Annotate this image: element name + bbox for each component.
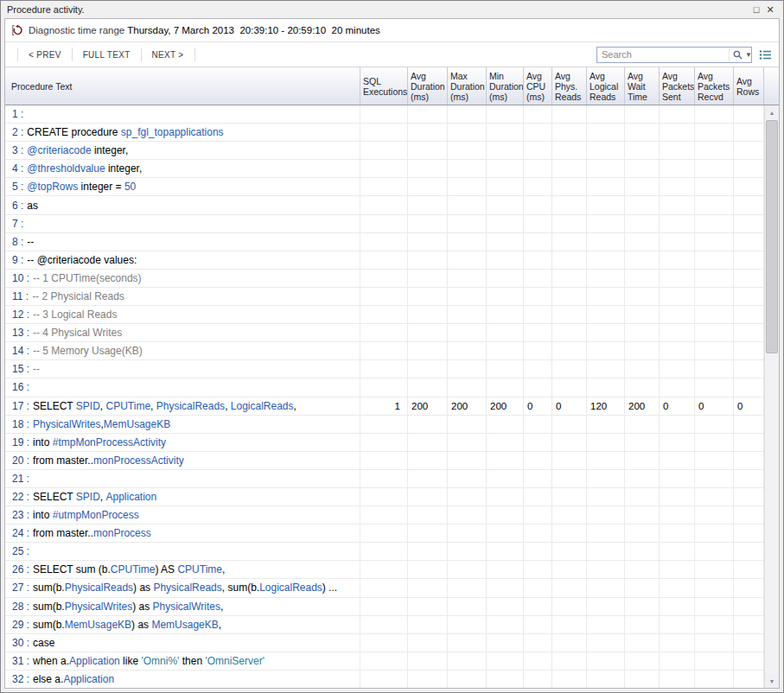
table-row[interactable]: 22 : SELECT SPID, Application xyxy=(5,488,764,506)
value-cell xyxy=(524,652,552,670)
column-header-avg-rows[interactable]: Avg Rows xyxy=(734,67,764,105)
table-row[interactable]: 4 : @thresholdvalue integer, xyxy=(5,160,764,178)
column-header-avg-packets-sent[interactable]: Avg Packets Sent xyxy=(660,67,695,105)
column-header-avg-logical-reads[interactable]: Avg Logical Reads xyxy=(587,67,625,105)
column-header-procedure-text[interactable]: Procedure Text xyxy=(5,67,360,105)
table-row[interactable]: 26 : SELECT sum (b.CPUTime) AS CPUTime, xyxy=(5,561,764,579)
value-cell xyxy=(660,233,695,251)
table-row[interactable]: 14 : -- 5 Memory Usage(KB) xyxy=(5,342,764,360)
value-cell: 0 xyxy=(660,397,695,415)
line-number: 11 : xyxy=(12,290,29,302)
value-cell xyxy=(660,416,695,433)
table-row[interactable]: 1 : xyxy=(5,105,764,124)
value-cell xyxy=(587,306,625,323)
value-cell xyxy=(587,616,625,633)
value-cell xyxy=(448,506,487,524)
field-chooser-icon[interactable] xyxy=(759,49,772,60)
maximize-icon[interactable]: □ xyxy=(749,4,763,15)
table-row[interactable]: 21 : xyxy=(5,470,764,488)
value-cell xyxy=(408,270,448,287)
scrollbar-track[interactable] xyxy=(765,119,779,674)
column-header-avg-packets-recvd[interactable]: Avg Packets Recvd xyxy=(695,67,734,105)
procedure-text-cell: 7 : xyxy=(5,215,360,232)
table-row[interactable]: 28 : sum(b.PhysicalWrites) as PhysicalWr… xyxy=(5,598,764,616)
table-row[interactable]: 23 : into #utmpMonProcess xyxy=(5,506,764,525)
value-cell xyxy=(695,105,734,123)
table-row[interactable]: 25 : xyxy=(5,543,764,561)
vertical-scrollbar[interactable]: ▲ ▼ xyxy=(764,105,779,688)
procedure-text: sum(b.PhysicalReads) as PhysicalReads, s… xyxy=(33,582,337,594)
column-header-sql-executions[interactable]: SQL Executions xyxy=(360,67,408,105)
table-row[interactable]: 11 : -- 2 Physicial Reads xyxy=(5,288,764,306)
line-number: 15 : xyxy=(12,363,29,375)
value-cell xyxy=(625,124,660,141)
table-row[interactable]: 12 : -- 3 Logical Reads xyxy=(5,306,764,324)
value-cell xyxy=(552,616,587,633)
client-area: Diagnostic time range Thursday, 7 March … xyxy=(4,18,780,689)
value-cell xyxy=(660,652,695,670)
table-row[interactable]: 16 : xyxy=(5,378,764,397)
table-row[interactable]: 24 : from master..monProcess xyxy=(5,525,764,543)
toolbar: < PREV FULL TEXT NEXT > ▼ xyxy=(5,42,779,67)
value-cell xyxy=(660,434,695,451)
procedure-text: @criteriacode integer, xyxy=(27,144,128,156)
next-button[interactable]: NEXT > xyxy=(147,48,189,62)
table-row[interactable]: 30 : case xyxy=(5,634,764,652)
table-row[interactable]: 18 : PhysicalWrites,MemUsageKB xyxy=(5,416,764,434)
table-row[interactable]: 15 : -- xyxy=(5,360,764,378)
column-header-avg-wait-time[interactable]: Avg Wait Time xyxy=(625,67,660,105)
column-header-max-duration[interactable]: Max Duration (ms) xyxy=(448,67,487,105)
value-cell xyxy=(660,215,695,232)
search-dropdown-icon[interactable]: ▼ xyxy=(745,51,752,59)
procedure-text: case xyxy=(33,637,54,649)
procedure-text-cell: 25 : xyxy=(5,543,360,560)
value-cell xyxy=(695,124,734,141)
value-cell xyxy=(660,196,695,213)
value-cell xyxy=(360,543,408,560)
column-header-avg-cpu[interactable]: Avg CPU (ms) xyxy=(524,67,552,105)
value-cell xyxy=(625,616,660,633)
column-header-avg-duration[interactable]: Avg Duration (ms) xyxy=(408,67,448,105)
table-row[interactable]: 10 : -- 1 CPUTime(seconds) xyxy=(5,270,764,288)
value-cell xyxy=(487,378,524,396)
value-cell xyxy=(448,178,487,195)
procedure-text-cell: 18 : PhysicalWrites,MemUsageKB xyxy=(5,416,360,433)
table-row[interactable]: 13 : -- 4 Physical Writes xyxy=(5,324,764,342)
table-row[interactable]: 9 : -- @criteriacode values: xyxy=(5,251,764,270)
table-row[interactable]: 17 : SELECT SPID, CPUTime, PhysicalReads… xyxy=(5,397,764,416)
table-row[interactable]: 6 : as xyxy=(5,196,764,214)
value-cell xyxy=(695,506,734,524)
close-icon[interactable]: ✕ xyxy=(763,4,777,16)
procedure-text: SELECT SPID, CPUTime, PhysicalReads, Log… xyxy=(33,400,296,412)
value-cell xyxy=(360,434,408,451)
value-cell xyxy=(360,579,408,596)
column-header-avg-phys-reads[interactable]: Avg Phys. Reads xyxy=(552,67,587,105)
scrollbar-thumb[interactable] xyxy=(766,120,778,353)
value-cell xyxy=(587,671,625,688)
column-header-min-duration[interactable]: Min Duration (ms) xyxy=(487,67,524,105)
search-input[interactable] xyxy=(597,48,729,61)
value-cell xyxy=(734,124,764,141)
value-cell xyxy=(734,306,764,323)
table-row[interactable]: 8 : -- xyxy=(5,233,764,251)
table-row[interactable]: 32 : else a.Application xyxy=(5,671,764,688)
table-row[interactable]: 5 : @topRows integer = 50 xyxy=(5,178,764,196)
table-row[interactable]: 29 : sum(b.MemUsageKB) as MemUsageKB, xyxy=(5,616,764,634)
table-row[interactable]: 20 : from master..monProcessActivity xyxy=(5,452,764,470)
value-cell xyxy=(552,671,587,688)
table-row[interactable]: 3 : @criteriacode integer, xyxy=(5,142,764,160)
table-row[interactable]: 7 : xyxy=(5,215,764,233)
table-row[interactable]: 27 : sum(b.PhysicalReads) as PhysicalRea… xyxy=(5,579,764,597)
table-row[interactable]: 2 : CREATE procedure sp_fgl_topapplicati… xyxy=(5,124,764,142)
search-icon[interactable] xyxy=(733,50,743,60)
scroll-up-icon[interactable]: ▲ xyxy=(765,105,779,119)
value-cell xyxy=(487,270,524,287)
table-row[interactable]: 31 : when a.Application like 'Omni%' the… xyxy=(5,652,764,671)
line-number: 6 : xyxy=(12,200,23,212)
prev-button[interactable]: < PREV xyxy=(23,48,67,62)
value-cell xyxy=(448,288,487,305)
value-cell xyxy=(487,324,524,341)
full-text-button[interactable]: FULL TEXT xyxy=(78,48,136,62)
scroll-down-icon[interactable]: ▼ xyxy=(765,674,779,688)
table-row[interactable]: 19 : into #tmpMonProcessActivity xyxy=(5,434,764,452)
